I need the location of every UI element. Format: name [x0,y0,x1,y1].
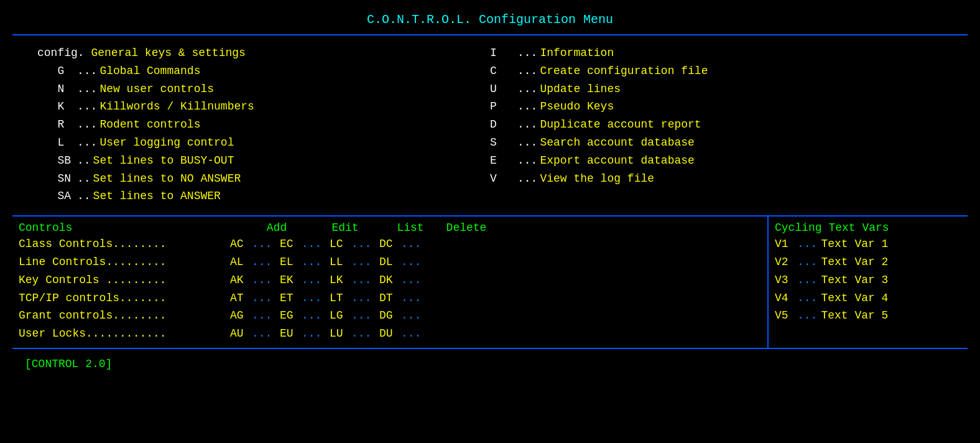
left-menu-item: R...Rodent controls [37,116,490,134]
control-row: Class Controls........ AC ... EC ... LC … [19,235,761,253]
cycling-row: V1...Text Var 1 [775,235,961,253]
list-col-header: List [386,222,435,234]
left-menu-item: L...User logging control [37,134,490,152]
config-label: config. [37,44,85,62]
cycling-row: V5...Text Var 5 [775,307,961,325]
right-menu-item: C...Create configuration file [490,62,943,80]
top-divider [12,34,968,35]
controls-header-row: Controls Add Edit List Delete [19,222,761,234]
control-row: TCP/IP controls....... AT ... ET ... LT … [19,289,761,307]
controls-rows: Class Controls........ AC ... EC ... LC … [19,235,761,343]
right-menu-item: P...Pseudo Keys [490,98,943,116]
left-menu-item: N...New user controls [37,80,490,98]
right-menu-item: I...Information [490,44,943,62]
control-row: Grant controls........ AG ... EG ... LG … [19,307,761,325]
left-menu-item: SA..Set lines to ANSWER [37,187,490,205]
left-menu-col: config. General keys & settings G...Glob… [37,44,490,205]
config-text: General keys & settings [85,44,246,62]
controls-col-header: Controls [19,222,249,234]
control-row: Key Controls ......... AK ... EK ... LK … [19,271,761,289]
add-col-header: Add [249,222,305,234]
control-row: Line Controls......... AL ... EL ... LL … [19,253,761,271]
top-menu-section: config. General keys & settings G...Glob… [12,38,968,212]
right-menu-col: I...InformationC...Create configuration … [490,44,943,205]
status-text: [CONTROL 2.0] [25,358,112,370]
right-menu-item: U...Update lines [490,80,943,98]
status-bar: [CONTROL 2.0] [12,353,968,375]
delete-col-header: Delete [435,222,497,234]
cycling-row: V4...Text Var 4 [775,289,961,307]
cycling-row: V2...Text Var 2 [775,253,961,271]
cycling-rows: V1...Text Var 1V2...Text Var 2V3...Text … [775,235,961,325]
left-menu-item: SN..Set lines to NO ANSWER [37,170,490,188]
left-menu-item: G...Global Commands [37,62,490,80]
right-menu-items: I...InformationC...Create configuration … [490,44,943,187]
page-title: C.O.N.T.R.O.L. Configuration Menu [12,6,968,32]
right-menu-item: S...Search account database [490,134,943,152]
right-menu-item: E...Export account database [490,152,943,170]
config-line: config. General keys & settings [37,44,490,62]
bottom-section: Controls Add Edit List Delete Class Cont… [12,215,968,349]
right-menu-item: V...View the log file [490,170,943,188]
left-menu-item: SB..Set lines to BUSY-OUT [37,152,490,170]
right-menu-item: D...Duplicate account report [490,116,943,134]
cycling-panel: Cycling Text Vars V1...Text Var 1V2...Te… [769,217,968,348]
controls-panel: Controls Add Edit List Delete Class Cont… [12,217,769,348]
control-row: User Locks............ AU ... EU ... LU … [19,325,761,343]
cycling-row: V3...Text Var 3 [775,271,961,289]
edit-col-header: Edit [317,222,373,234]
left-menu-item: K...Killwords / Killnumbers [37,98,490,116]
left-menu-items: G...Global Commands N...New user control… [37,62,490,205]
cycling-header: Cycling Text Vars [775,222,961,234]
